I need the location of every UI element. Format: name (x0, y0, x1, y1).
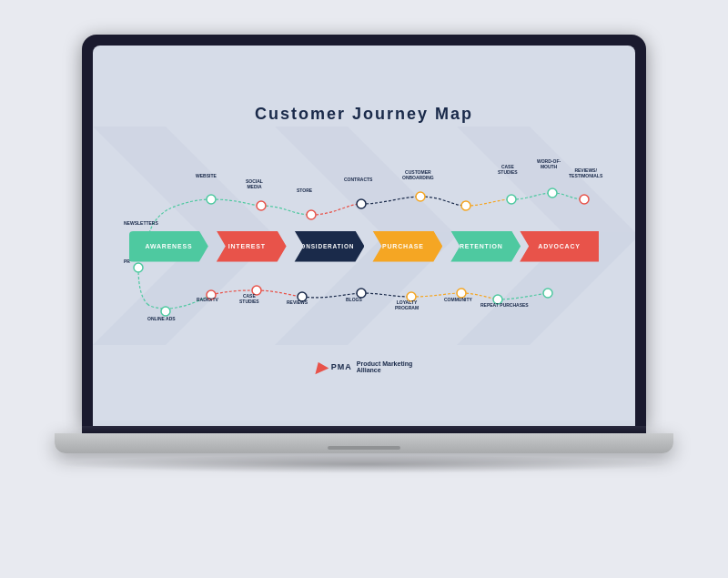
stage-retention: RETENTION (441, 231, 521, 262)
logo-area: ▶ PMA Product Marketing Alliance (316, 359, 412, 376)
svg-point-9 (461, 201, 470, 210)
pma-letters: PMA (331, 362, 352, 371)
label-word-of-mouth: WORD-OF-MOUTH (537, 158, 561, 169)
label-customer-onboarding: CUSTOMERONBOARDING (402, 169, 434, 180)
svg-point-14 (161, 307, 170, 316)
label-contracts: CONTRACTS (344, 177, 372, 182)
stage-purchase: PURCHASE (363, 231, 442, 262)
laptop-shadow (55, 455, 673, 473)
stage-consideration: CONSIDERATION (286, 231, 365, 262)
laptop-hinge (82, 426, 646, 433)
screen-frame: Customer Journey Map (82, 35, 646, 426)
svg-point-11 (548, 188, 557, 198)
label-reviews-testimonials: REVIEWS/TESTIMONIALS (569, 167, 602, 178)
label-social-media: SOCIALMEDIA (246, 178, 263, 189)
stages-bar: AWARENESS INTEREST CONSIDERATION PURCHAS… (129, 231, 599, 262)
screen-content: Customer Journey Map (93, 86, 635, 385)
label-case-studies: CASESTUDIES (498, 164, 518, 175)
svg-point-5 (257, 201, 266, 210)
label-newsletters: NEWSLETTERS (124, 220, 158, 226)
stage-advocacy: ADVOCACY (520, 231, 599, 262)
svg-point-22 (543, 289, 552, 298)
screen: Customer Journey Map (93, 46, 635, 426)
svg-point-6 (307, 210, 316, 219)
pma-text-block: Product Marketing Alliance (357, 360, 412, 373)
label-radio-tv: RADIO/TV (197, 297, 218, 302)
label-online-ads: ONLINE ADS (147, 316, 176, 321)
label-repeat-purchases: REPEAT PURCHASES (480, 302, 529, 308)
label-blogs: BLOGS (346, 297, 362, 302)
svg-point-12 (580, 195, 589, 204)
pma-line2: Alliance (357, 367, 412, 373)
svg-point-7 (357, 199, 366, 208)
label-reviews: REVIEWS (287, 299, 308, 305)
stage-awareness: AWARENESS (129, 231, 208, 262)
pma-line1: Product Marketing (357, 360, 412, 367)
page-title: Customer Journey Map (255, 105, 473, 124)
svg-point-10 (507, 195, 516, 204)
label-community: COMMUNITY (444, 297, 472, 302)
label-website: WEBSITE (196, 173, 217, 178)
laptop-base (55, 433, 673, 453)
label-loyalty-program: LOYALTYPROGRAM (395, 299, 419, 310)
label-store: STORE (297, 188, 312, 193)
laptop: Customer Journey Map (55, 35, 673, 544)
svg-point-8 (416, 192, 425, 201)
svg-point-13 (134, 263, 143, 272)
journey-diagram: WEBSITE SOCIALMEDIA STORE CONTRACTS CUST… (120, 149, 608, 350)
svg-point-4 (207, 195, 216, 204)
stage-interest: INTEREST (207, 231, 287, 262)
label-case-studies-below: CASESTUDIES (239, 293, 259, 304)
pma-logo: ▶ PMA Product Marketing Alliance (316, 359, 412, 376)
pma-icon: ▶ (316, 359, 327, 376)
